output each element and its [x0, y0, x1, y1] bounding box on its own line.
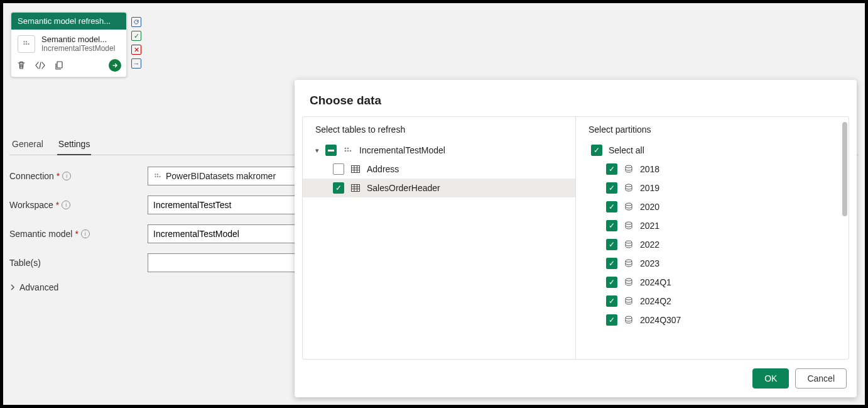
partition-icon — [624, 202, 634, 212]
partitions-pane: Select partitions ✓ Select all ✓2018✓201… — [576, 117, 849, 359]
svg-point-33 — [626, 297, 632, 300]
dialog-footer: OK Cancel — [295, 360, 857, 397]
checkbox[interactable]: ✓ — [606, 314, 617, 326]
table-name: Address — [367, 164, 399, 174]
table-row[interactable]: ✓SalesOrderHeader — [303, 179, 575, 197]
activity-toolbar — [11, 55, 126, 77]
semantic-model-label: Semantic model * i — [9, 229, 148, 239]
checkbox[interactable]: ✓ — [606, 295, 617, 307]
svg-point-12 — [347, 148, 349, 150]
partition-row[interactable]: ✓2024Q307 — [576, 311, 849, 329]
dialog-title: Choose data — [295, 80, 857, 116]
info-icon[interactable]: i — [62, 172, 71, 180]
svg-point-14 — [347, 150, 349, 152]
partition-name: 2024Q307 — [640, 315, 681, 325]
partition-row[interactable]: ✓2024Q1 — [576, 273, 849, 292]
partition-icon — [624, 164, 634, 174]
svg-point-6 — [155, 174, 156, 175]
semantic-model-icon — [18, 35, 35, 53]
partition-name: 2024Q2 — [640, 296, 671, 306]
svg-point-27 — [626, 184, 632, 187]
scrollbar-thumb[interactable] — [842, 122, 847, 216]
svg-point-3 — [26, 43, 27, 44]
svg-point-26 — [626, 165, 632, 168]
ok-button[interactable]: OK — [752, 368, 789, 389]
model-title: Semantic model... — [41, 35, 117, 44]
checkbox[interactable]: ✓ — [606, 220, 617, 231]
checkbox[interactable]: ✓ — [591, 145, 602, 156]
app-canvas: Semantic model refresh... Semantic model… — [3, 3, 865, 405]
tables-header: Select tables to refresh — [303, 124, 575, 141]
info-icon[interactable]: i — [62, 201, 70, 209]
svg-point-4 — [28, 43, 29, 44]
svg-rect-5 — [57, 62, 62, 68]
table-row[interactable]: Address — [303, 160, 575, 179]
partition-name: 2023 — [640, 258, 659, 268]
partition-row[interactable]: ✓2022 — [576, 235, 849, 254]
svg-point-10 — [159, 176, 160, 177]
svg-rect-21 — [352, 185, 360, 192]
status-skip-icon: → — [131, 58, 141, 69]
partition-icon — [624, 315, 634, 325]
partition-row[interactable]: ✓2021 — [576, 216, 849, 235]
activity-card[interactable]: Semantic model refresh... Semantic model… — [11, 12, 127, 77]
tab-settings[interactable]: Settings — [57, 135, 92, 155]
table-icon — [350, 183, 361, 193]
svg-point-2 — [23, 43, 24, 44]
table-name: SalesOrderHeader — [367, 183, 440, 193]
status-fail-icon: ✕ — [131, 45, 141, 55]
svg-point-8 — [155, 176, 156, 177]
cancel-button[interactable]: Cancel — [795, 368, 847, 389]
checkbox[interactable]: ✓ — [606, 201, 617, 212]
checkbox[interactable]: ✓ — [333, 182, 344, 194]
checkbox[interactable] — [333, 163, 344, 175]
partition-row[interactable]: ✓2024Q2 — [576, 292, 849, 311]
svg-point-7 — [157, 174, 158, 175]
checkbox[interactable]: ✓ — [606, 258, 617, 269]
svg-point-32 — [626, 278, 632, 281]
copy-icon[interactable] — [54, 60, 64, 70]
delete-icon[interactable] — [16, 60, 26, 70]
partition-icon — [624, 277, 634, 287]
table-icon — [350, 164, 361, 174]
tab-general[interactable]: General — [11, 135, 45, 155]
partition-name: 2019 — [640, 183, 659, 193]
choose-data-dialog: Choose data Select tables to refresh ▾ I… — [295, 80, 857, 397]
partition-icon — [624, 183, 634, 193]
checkbox[interactable]: ✓ — [606, 182, 617, 194]
partition-icon — [624, 240, 634, 250]
status-column: ✓ ✕ → — [131, 17, 141, 69]
partition-icon — [624, 221, 634, 231]
svg-rect-16 — [352, 166, 360, 173]
chevron-right-icon — [9, 284, 16, 290]
tree-root[interactable]: ▾ IncrementalTestModel — [303, 141, 575, 160]
svg-point-34 — [626, 316, 632, 319]
svg-point-28 — [626, 203, 632, 206]
partition-icon — [624, 296, 634, 306]
partition-row[interactable]: ✓2020 — [576, 197, 849, 216]
svg-point-30 — [626, 241, 632, 243]
svg-point-1 — [26, 41, 27, 42]
checkbox-indeterminate[interactable] — [325, 145, 337, 156]
checkbox[interactable]: ✓ — [606, 277, 617, 288]
svg-point-13 — [345, 150, 347, 152]
activity-body: Semantic model... IncrementalTestModel — [11, 30, 126, 55]
svg-point-29 — [626, 222, 632, 224]
partition-row[interactable]: ✓2019 — [576, 179, 849, 197]
partition-icon — [624, 258, 634, 268]
partitions-header: Select partitions — [576, 124, 849, 141]
select-all-row[interactable]: ✓ Select all — [576, 141, 849, 160]
go-button[interactable] — [109, 59, 121, 72]
status-success-icon: ✓ — [131, 31, 141, 41]
status-refresh-icon — [131, 17, 141, 27]
svg-point-11 — [345, 148, 347, 150]
workspace-label: Workspace * i — [9, 200, 148, 210]
checkbox[interactable]: ✓ — [606, 239, 617, 250]
partition-name: 2018 — [640, 164, 659, 174]
code-icon[interactable] — [35, 60, 45, 70]
checkbox[interactable]: ✓ — [606, 163, 617, 175]
info-icon[interactable]: i — [81, 229, 90, 238]
partition-row[interactable]: ✓2018 — [576, 160, 849, 179]
partition-row[interactable]: ✓2023 — [576, 254, 849, 273]
chevron-down-icon[interactable]: ▾ — [315, 146, 319, 155]
